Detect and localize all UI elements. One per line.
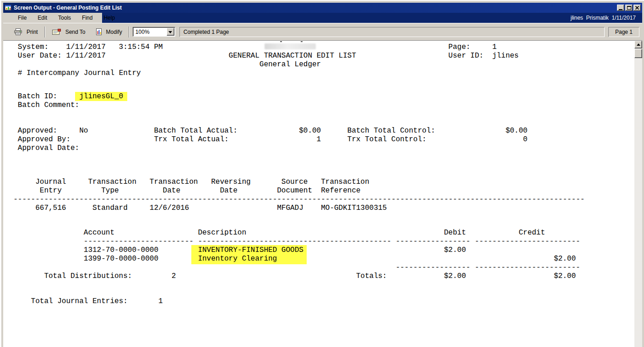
session-bar: jlines Prismatik 1/11/2017 [102, 13, 642, 23]
report-text: $0.00 [505, 127, 527, 135]
print-label: Print [27, 29, 38, 35]
menu-edit[interactable]: Edit [32, 13, 53, 22]
print-button[interactable]: Print [9, 26, 43, 38]
minimize-icon [619, 9, 622, 10]
report-text: Batch Total Actual: [154, 127, 237, 135]
report-text: Journal [35, 178, 66, 187]
redaction-mark [301, 41, 303, 42]
report-text: Total Journal Entries: [31, 297, 128, 306]
menu-tools[interactable]: Tools [53, 13, 76, 22]
report-text: Standard [92, 204, 128, 213]
close-button[interactable] [633, 5, 641, 11]
report-text: Approved By: [18, 135, 70, 144]
report-text: Batch Comment: [18, 101, 79, 110]
report-text: 667,516 [35, 204, 66, 213]
report-line: ----------------------------------------… [3, 195, 634, 204]
report-line: Approved:NoBatch Total Actual:$0.00Batch… [3, 127, 634, 135]
report-line: # Intercompany Journal Entry [3, 69, 634, 78]
report-text: User Date: 1/11/2017 [18, 52, 106, 60]
report-text: User ID: [449, 52, 484, 60]
scrollbar-thumb[interactable] [634, 49, 642, 58]
toolbar: Print Send To Modify 100% [3, 23, 642, 41]
report-text: General Ledger [260, 60, 321, 69]
report-text: 1/11/2017 [66, 43, 105, 52]
session-info: jlines Prismatik 1/11/2017 [570, 15, 636, 21]
report-text: No [79, 127, 88, 135]
report-text: Date [220, 187, 237, 195]
report-line: User Date: 1/11/2017GENERAL TRANSACTION … [3, 52, 634, 60]
report-text: Transaction [88, 178, 136, 187]
report-viewport: System:1/11/20173:15:54 PMPage:1User Dat… [3, 41, 634, 347]
report-text: MO-GDKIT1300315 [321, 204, 387, 213]
report-text: Document [277, 187, 312, 195]
report-text: $2.00 [554, 272, 576, 281]
report-text: System: [18, 43, 49, 52]
report-text: Batch Total Control: [347, 127, 435, 135]
report-line: Total Distributions:2Totals:$2.00$2.00 [3, 272, 634, 281]
page-indicator: Page 1 [608, 27, 639, 37]
report-text: ------------------------- [84, 237, 194, 246]
report-text: 1312-70-0000-0000 [84, 246, 158, 255]
report-line: ----------------------------------------… [3, 263, 634, 272]
report-text: ----------------------------------------… [13, 195, 584, 204]
report-line: 667,516Standard12/6/2016MFGADJMO-GDKIT13… [3, 204, 634, 213]
vertical-scrollbar[interactable] [634, 41, 642, 347]
report-text: Reversing [211, 178, 250, 187]
report-text: Batch ID: [18, 92, 57, 101]
content-area: System:1/11/20173:15:54 PMPage:1User Dat… [3, 41, 642, 347]
report-text: ----------------------------------------… [198, 237, 391, 246]
report-text: GENERAL TRANSACTION EDIT LIST [229, 52, 356, 60]
report-text: Debit [444, 229, 466, 237]
menu-file[interactable]: File [12, 13, 32, 22]
report-text: ----------------- [395, 263, 470, 272]
report-text: 1 [317, 135, 321, 144]
maximize-button[interactable] [625, 5, 633, 11]
report-line: System:1/11/20173:15:54 PMPage:1 [3, 43, 634, 52]
report-text: Account [84, 229, 114, 237]
report-text: Description [198, 229, 246, 237]
report-line: General Ledger [3, 60, 634, 69]
report-line: 1312-70-0000-0000INVENTORY-FINISHED GOOD… [3, 246, 634, 255]
zoom-combobox[interactable]: 100% [133, 27, 175, 37]
report-text: ------------------------ [475, 237, 580, 246]
report-text: Entry [40, 187, 62, 195]
report-text: Approved: [18, 127, 57, 135]
menu-find[interactable]: Find [76, 13, 98, 22]
report-text: Total Distributions: [44, 272, 132, 281]
titlebar: Screen Output - General Posting Edit Lis… [3, 3, 642, 13]
envelope-icon [52, 29, 61, 35]
toolbar-separator [44, 27, 45, 37]
report-line: 1399-70-0000-0000Inventory Clearing$2.00 [3, 255, 634, 263]
redaction-mark [280, 41, 282, 42]
report-text: $2.00 [444, 272, 466, 281]
report-line: ----------------------------------------… [3, 237, 634, 246]
chart-icon [96, 28, 102, 36]
report-line: Batch ID:jlinesGL_0 [3, 92, 634, 101]
report-line: Approved By:Trx Total Actual:1Trx Total … [3, 135, 634, 144]
report-text: 12/6/2016 [150, 204, 189, 213]
maximize-icon [627, 6, 631, 10]
report-text: 1 [492, 43, 497, 52]
zoom-value: 100% [133, 29, 167, 35]
report-line: Approval Date: [3, 144, 634, 153]
report-text: $2.00 [554, 255, 576, 263]
combo-dropdown-button[interactable] [167, 28, 174, 36]
app-icon [5, 4, 12, 11]
menubar: File Edit Tools Find Help jlines Prismat… [3, 13, 642, 23]
modify-button[interactable]: Modify [91, 26, 127, 38]
minimize-button[interactable] [617, 5, 624, 11]
report-text: Page: [449, 43, 471, 52]
report-text: 2 [172, 272, 176, 281]
send-to-button[interactable]: Send To [47, 26, 91, 38]
report-text: 1399-70-0000-0000 [84, 255, 158, 263]
report-text: Totals: [356, 272, 387, 281]
report-text: $2.00 [444, 246, 466, 255]
status-text: Completed 1 Page [184, 29, 229, 35]
printer-icon [14, 28, 22, 36]
report-line: AccountDescriptionDebitCredit [3, 229, 634, 237]
report-text: jlinesGL_0 [79, 92, 123, 101]
scroll-up-button[interactable] [634, 41, 642, 48]
report-line: Total Journal Entries:1 [3, 297, 634, 306]
report-text: 1 [158, 297, 163, 306]
report-text: Trx Total Control: [347, 135, 427, 144]
